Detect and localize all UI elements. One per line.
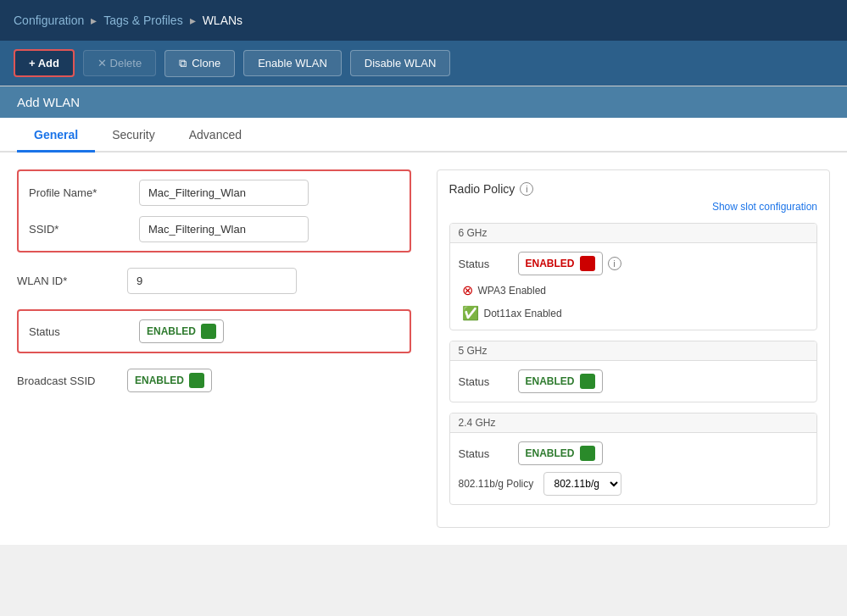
- breadcrumb-sep1: ▸: [91, 14, 97, 27]
- clone-icon: ⧉: [179, 57, 187, 70]
- ssid-label: SSID*: [29, 223, 139, 236]
- tabs-container: General Security Advanced: [0, 118, 847, 153]
- freq-24ghz-label: 2.4 GHz: [450, 413, 817, 433]
- profile-name-row: Profile Name*: [29, 180, 399, 206]
- status-group: Status ENABLED: [17, 309, 411, 353]
- status-label: Status: [29, 325, 139, 338]
- radio-policy-info-icon[interactable]: i: [520, 182, 533, 196]
- wpa3-x-icon: ⊗: [462, 282, 473, 298]
- freq-24ghz-status-text: ENABLED: [526, 447, 575, 459]
- radio-policy-header: Radio Policy i: [449, 182, 818, 196]
- wpa3-check: ⊗ WPA3 Enabled: [462, 282, 547, 298]
- tab-advanced[interactable]: Advanced: [172, 118, 259, 153]
- freq-6ghz-status-row: Status ENABLED i: [459, 252, 809, 275]
- form-left: Profile Name* SSID* WLAN ID* Status EN: [17, 169, 411, 528]
- disable-wlan-button[interactable]: Disable WLAN: [350, 50, 451, 76]
- freq-5ghz-label: 5 GHz: [450, 341, 817, 361]
- status-badge[interactable]: ENABLED: [139, 319, 224, 343]
- profile-ssid-group: Profile Name* SSID*: [17, 169, 411, 253]
- status-dot-green: [201, 324, 216, 339]
- freq-24ghz-policy-select[interactable]: 802.11b/g 802.11b 802.11g: [543, 472, 621, 496]
- form-body: Profile Name* SSID* WLAN ID* Status EN: [0, 153, 847, 545]
- top-nav: Configuration ▸ Tags & Profiles ▸ WLANs: [0, 0, 847, 41]
- show-slot-link[interactable]: Show slot configuration: [449, 201, 818, 213]
- wlan-id-row: WLAN ID*: [17, 268, 411, 294]
- freq-5ghz-section: 5 GHz Status ENABLED: [449, 341, 818, 402]
- enable-wlan-button[interactable]: Enable WLAN: [243, 50, 342, 76]
- broadcast-ssid-row: Broadcast SSID ENABLED: [17, 369, 411, 392]
- freq-6ghz-status-badge[interactable]: ENABLED: [518, 252, 603, 275]
- freq-24ghz-body: Status ENABLED 802.11b/g Policy 802.11b/…: [450, 433, 817, 504]
- breadcrumb-configuration[interactable]: Configuration: [14, 14, 84, 27]
- freq-24ghz-status-row: Status ENABLED: [459, 441, 809, 465]
- wlan-id-input[interactable]: [127, 268, 297, 294]
- status-row: Status ENABLED: [29, 319, 399, 343]
- form-right: Radio Policy i Show slot configuration 6…: [437, 169, 831, 528]
- wlan-id-label: WLAN ID*: [17, 275, 127, 287]
- radio-policy-title: Radio Policy: [449, 182, 515, 196]
- freq-5ghz-status-dot: [580, 374, 595, 389]
- freq-5ghz-body: Status ENABLED: [450, 361, 817, 402]
- dot11ax-label: Dot11ax Enabled: [484, 308, 562, 319]
- delete-button[interactable]: ✕ Delete: [83, 50, 156, 76]
- freq-24ghz-policy-label: 802.11b/g Policy: [459, 478, 543, 490]
- ssid-row: SSID*: [29, 216, 399, 242]
- freq-6ghz-status-text: ENABLED: [526, 258, 575, 269]
- freq-24ghz-policy-row: 802.11b/g Policy 802.11b/g 802.11b 802.1…: [459, 472, 809, 496]
- add-button[interactable]: + Add: [14, 49, 75, 77]
- freq-6ghz-section: 6 GHz Status ENABLED i ⊗: [449, 223, 818, 330]
- freq-24ghz-status-dot: [580, 446, 595, 461]
- freq-6ghz-status-dot: [580, 256, 595, 271]
- freq-24ghz-section: 2.4 GHz Status ENABLED 802.11b/g Policy: [449, 413, 818, 505]
- panel-title: Add WLAN: [17, 95, 80, 109]
- freq-5ghz-status-text: ENABLED: [526, 375, 575, 387]
- freq-6ghz-label: 6 GHz: [450, 224, 817, 243]
- breadcrumb: Configuration ▸ Tags & Profiles ▸ WLANs: [14, 14, 242, 27]
- profile-name-input[interactable]: [139, 180, 309, 206]
- clone-button[interactable]: ⧉ Clone: [164, 50, 235, 77]
- breadcrumb-tags-profiles[interactable]: Tags & Profiles: [103, 14, 182, 27]
- broadcast-ssid-label: Broadcast SSID: [17, 375, 127, 387]
- clone-label: Clone: [192, 57, 220, 69]
- freq-6ghz-status-label: Status: [459, 258, 518, 270]
- freq-5ghz-status-label: Status: [459, 375, 518, 388]
- toolbar: + Add ✕ Delete ⧉ Clone Enable WLAN Disab…: [0, 41, 847, 86]
- status-badge-text: ENABLED: [147, 325, 196, 337]
- tab-general[interactable]: General: [17, 118, 95, 153]
- freq-6ghz-body: Status ENABLED i ⊗ WPA3 Enabled: [450, 243, 817, 330]
- broadcast-dot-green: [189, 373, 204, 388]
- freq-6ghz-dot11ax-row: ✅ Dot11ax Enabled: [459, 305, 809, 321]
- freq-24ghz-status-badge[interactable]: ENABLED: [518, 441, 603, 465]
- breadcrumb-sep2: ▸: [190, 14, 196, 27]
- freq-24ghz-status-label: Status: [459, 447, 518, 460]
- add-wlan-panel: Add WLAN General Security Advanced Profi…: [0, 86, 847, 545]
- tab-security[interactable]: Security: [95, 118, 172, 153]
- breadcrumb-current: WLANs: [203, 14, 242, 27]
- wpa3-label: WPA3 Enabled: [478, 285, 547, 297]
- freq-5ghz-status-badge[interactable]: ENABLED: [518, 369, 603, 393]
- ssid-input[interactable]: [139, 216, 309, 242]
- freq-6ghz-info-icon[interactable]: i: [608, 257, 621, 270]
- freq-6ghz-wpa3-row: ⊗ WPA3 Enabled: [459, 282, 809, 298]
- dot11ax-check-icon: ✅: [462, 305, 479, 321]
- panel-header: Add WLAN: [0, 86, 847, 118]
- dot11ax-check: ✅ Dot11ax Enabled: [462, 305, 562, 321]
- broadcast-ssid-badge[interactable]: ENABLED: [127, 369, 212, 392]
- freq-5ghz-status-row: Status ENABLED: [459, 369, 809, 393]
- profile-name-label: Profile Name*: [29, 186, 139, 199]
- radio-policy-section: Radio Policy i Show slot configuration 6…: [437, 169, 831, 528]
- broadcast-ssid-text: ENABLED: [135, 375, 184, 386]
